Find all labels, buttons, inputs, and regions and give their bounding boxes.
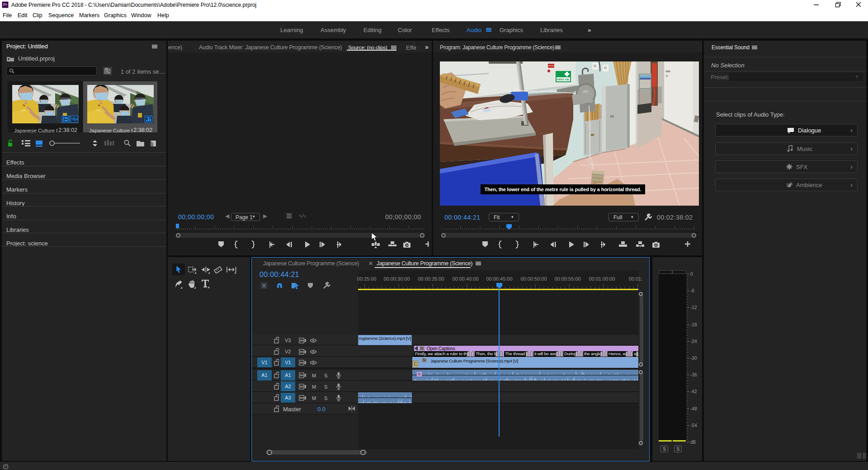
svg-text:Then, the lower end of the met: Then, the lower end of the metre rule is… (485, 187, 642, 192)
svg-text:FIRST AID: FIRST AID (557, 78, 569, 81)
